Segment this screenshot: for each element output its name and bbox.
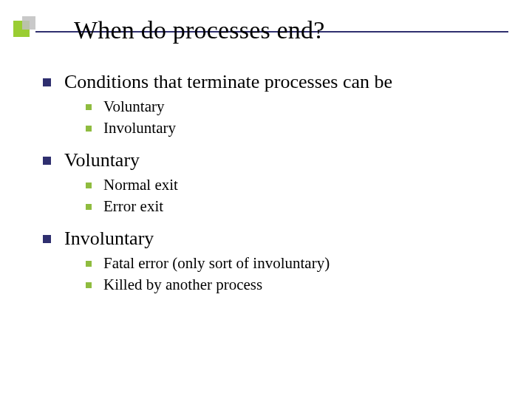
bullet-text: Killed by another process: [103, 276, 494, 294]
sublist: Voluntary Involuntary: [86, 98, 494, 137]
square-bullet-icon: [86, 104, 92, 110]
bullet-level2: Killed by another process: [86, 276, 494, 294]
bullet-level2: Voluntary: [86, 98, 494, 116]
bullet-level1: Involuntary: [43, 228, 494, 250]
bullet-level2: Normal exit: [86, 176, 494, 194]
bullet-text: Conditions that terminate processes can …: [64, 71, 494, 93]
accent-square-grey: [22, 16, 35, 30]
bullet-text: Involuntary: [64, 228, 494, 250]
bullet-text: Fatal error (only sort of involuntary): [103, 254, 494, 273]
square-bullet-icon: [43, 157, 51, 165]
bullet-level2: Involuntary: [86, 119, 494, 137]
bullet-text: Error exit: [103, 197, 494, 216]
square-bullet-icon: [43, 78, 51, 86]
bullet-text: Voluntary: [64, 149, 494, 171]
slide-title: When do processes end?: [74, 16, 325, 44]
sublist: Normal exit Error exit: [86, 176, 494, 216]
slide: When do processes end? Conditions that t…: [0, 0, 532, 399]
square-bullet-icon: [86, 204, 92, 210]
square-bullet-icon: [86, 126, 92, 132]
bullet-level1: Voluntary: [43, 149, 494, 171]
square-bullet-icon: [86, 183, 92, 188]
bullet-text: Normal exit: [103, 176, 494, 194]
bullet-text: Voluntary: [103, 98, 494, 116]
bullet-level2: Error exit: [86, 197, 494, 216]
square-bullet-icon: [86, 261, 92, 267]
slide-body: Conditions that terminate processes can …: [43, 71, 494, 294]
sublist: Fatal error (only sort of involuntary) K…: [86, 254, 494, 294]
bullet-level1: Conditions that terminate processes can …: [43, 71, 494, 93]
bullet-text: Involuntary: [103, 119, 494, 137]
square-bullet-icon: [86, 282, 92, 288]
bullet-level2: Fatal error (only sort of involuntary): [86, 254, 494, 273]
square-bullet-icon: [43, 235, 51, 243]
title-decoration: [13, 16, 65, 34]
